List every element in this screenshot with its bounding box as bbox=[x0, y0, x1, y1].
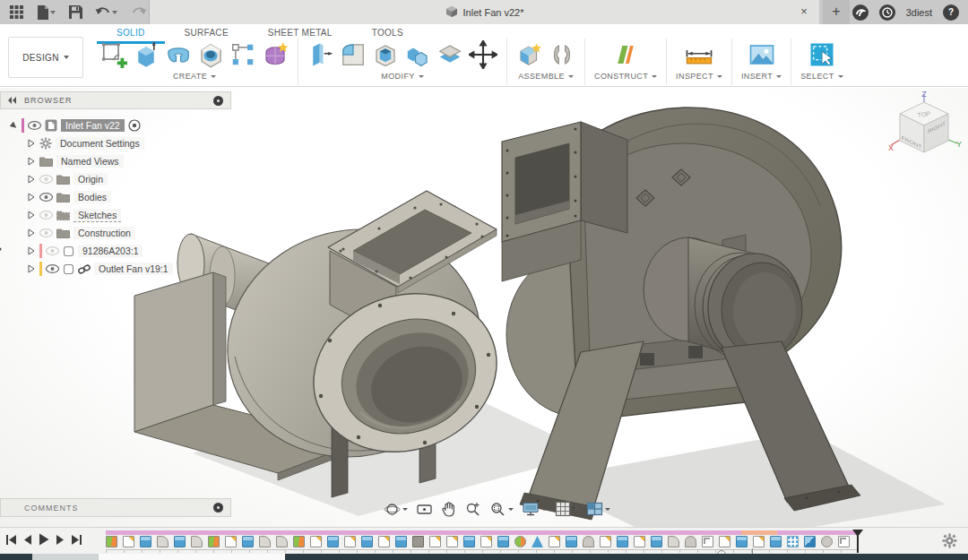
viewports-button[interactable] bbox=[586, 502, 610, 516]
undo-button[interactable] bbox=[90, 3, 122, 22]
root-component-label[interactable]: Inlet Fan v22 bbox=[61, 119, 125, 132]
eye-hidden-icon[interactable] bbox=[39, 175, 53, 184]
viewcube[interactable]: Z X Y TOP FRONT RIGHT bbox=[886, 90, 963, 167]
hole-icon[interactable] bbox=[197, 41, 224, 68]
timeline-feature-icon[interactable] bbox=[497, 536, 509, 547]
orbit-button[interactable] bbox=[384, 501, 408, 518]
timeline-feature-icon[interactable] bbox=[327, 536, 339, 547]
press-pull-icon[interactable] bbox=[307, 41, 334, 68]
collapsed-arrow-icon[interactable] bbox=[28, 211, 35, 220]
timeline-feature-icon[interactable] bbox=[259, 536, 271, 547]
comments-options-icon[interactable] bbox=[213, 503, 223, 513]
timeline-feature-icon[interactable] bbox=[821, 536, 833, 547]
step-forward-button[interactable] bbox=[56, 534, 65, 546]
group-label-create[interactable]: CREATE bbox=[173, 72, 216, 81]
timeline-feature-icon[interactable] bbox=[668, 536, 679, 547]
scrollbar-thumb[interactable] bbox=[99, 554, 285, 560]
timeline-feature-icon[interactable] bbox=[617, 536, 628, 547]
file-menu-button[interactable] bbox=[30, 3, 61, 22]
group-label-assemble[interactable]: ASSEMBLE bbox=[518, 72, 574, 81]
collapsed-arrow-icon[interactable] bbox=[28, 228, 35, 237]
timeline-feature-icon[interactable] bbox=[191, 536, 203, 547]
look-at-button[interactable] bbox=[416, 502, 433, 517]
shell-icon[interactable] bbox=[372, 41, 399, 68]
timeline-feature-icon[interactable] bbox=[123, 536, 134, 547]
timeline-feature-icon[interactable] bbox=[429, 536, 441, 547]
document-tab[interactable]: Inlet Fan v22* × bbox=[149, 0, 819, 24]
collapsed-arrow-icon[interactable] bbox=[28, 264, 35, 273]
joint-icon[interactable] bbox=[549, 41, 575, 68]
username-label[interactable]: 3diest bbox=[906, 7, 932, 18]
timeline-feature-icon[interactable] bbox=[378, 536, 390, 547]
timeline-feature-icon[interactable] bbox=[480, 536, 492, 547]
grid-snap-button[interactable] bbox=[555, 501, 578, 517]
timeline-feature-icon[interactable] bbox=[293, 536, 305, 547]
fit-button[interactable] bbox=[489, 501, 514, 518]
timeline-feature-icon[interactable] bbox=[549, 536, 560, 547]
job-status-clock-icon[interactable] bbox=[879, 4, 895, 21]
timeline-feature-icon[interactable] bbox=[787, 536, 799, 547]
timeline-feature-icon[interactable] bbox=[753, 536, 765, 547]
browser-row-bodies[interactable]: Bodies bbox=[0, 188, 231, 206]
timeline-feature-icon[interactable] bbox=[838, 536, 850, 547]
new-tab-button[interactable]: + bbox=[823, 0, 850, 24]
tree-item-label[interactable]: 91286A203:1 bbox=[78, 245, 143, 257]
timeline-feature-icon[interactable] bbox=[651, 536, 662, 547]
collapsed-arrow-icon[interactable] bbox=[28, 175, 35, 184]
extensions-icon[interactable] bbox=[852, 4, 869, 21]
tree-item-label[interactable]: Construction bbox=[73, 227, 135, 239]
timeline-feature-icon[interactable] bbox=[532, 536, 543, 547]
browser-row-construction[interactable]: Construction bbox=[0, 224, 231, 242]
browser-row-component-2[interactable]: Outlet Fan v19:1 bbox=[0, 260, 231, 278]
tree-item-label[interactable]: Sketches bbox=[73, 209, 121, 222]
timeline-feature-icon[interactable] bbox=[276, 536, 288, 547]
group-label-inspect[interactable]: INSPECT bbox=[676, 72, 722, 81]
timeline-feature-icon[interactable] bbox=[446, 536, 458, 547]
offset-face-icon[interactable] bbox=[436, 41, 463, 68]
timeline-feature-icon[interactable] bbox=[634, 536, 645, 547]
timeline-feature-icon[interactable] bbox=[566, 536, 577, 547]
browser-row-root[interactable]: Inlet Fan v22 bbox=[0, 116, 231, 134]
comments-panel[interactable]: COMMENTS bbox=[0, 498, 231, 517]
timeline-feature-icon[interactable] bbox=[685, 536, 696, 547]
eye-visible-icon[interactable] bbox=[46, 264, 59, 273]
timeline-feature-icon[interactable] bbox=[106, 536, 117, 547]
timeline-feature-icon[interactable] bbox=[344, 536, 356, 547]
app-grid-icon[interactable] bbox=[5, 3, 27, 22]
group-label-insert[interactable]: INSERT bbox=[741, 72, 782, 81]
timeline-feature-icon[interactable] bbox=[208, 536, 220, 547]
tree-item-label[interactable]: Outlet Fan v19:1 bbox=[94, 263, 173, 275]
expand-arrow-icon[interactable] bbox=[10, 122, 18, 130]
timeline-feature-icon[interactable] bbox=[225, 536, 237, 547]
timeline-feature-icon[interactable] bbox=[361, 536, 373, 547]
browser-row-component-1[interactable]: 91286A203:1 bbox=[0, 242, 231, 260]
tree-item-label[interactable]: Document Settings bbox=[56, 137, 144, 150]
display-settings-button[interactable] bbox=[522, 501, 547, 517]
construction-plane-icon[interactable] bbox=[612, 41, 639, 68]
browser-options-icon[interactable] bbox=[213, 96, 223, 106]
extrude-icon[interactable] bbox=[133, 41, 160, 68]
timeline-feature-icon[interactable] bbox=[242, 536, 254, 547]
workspace-selector[interactable]: DESIGN bbox=[8, 37, 83, 78]
pattern-icon[interactable] bbox=[229, 41, 256, 68]
browser-row-document-settings[interactable]: Document Settings bbox=[0, 134, 231, 152]
move-icon[interactable] bbox=[469, 40, 497, 69]
timeline-feature-icon[interactable] bbox=[514, 536, 526, 547]
collapsed-arrow-icon[interactable] bbox=[28, 246, 35, 255]
eye-visible-icon[interactable] bbox=[39, 193, 53, 202]
combine-icon[interactable] bbox=[404, 41, 431, 68]
eye-hidden-icon[interactable] bbox=[46, 246, 59, 255]
timeline-settings-gear-icon[interactable] bbox=[942, 533, 957, 548]
timeline-feature-icon[interactable] bbox=[600, 536, 611, 547]
create-form-icon[interactable] bbox=[262, 41, 289, 68]
group-label-modify[interactable]: MODIFY bbox=[381, 72, 423, 81]
tree-item-label[interactable]: Bodies bbox=[73, 191, 111, 203]
measure-icon[interactable] bbox=[685, 41, 713, 68]
browser-row-named-views[interactable]: Named Views bbox=[0, 152, 231, 170]
save-button[interactable] bbox=[65, 3, 86, 22]
activate-component-icon[interactable] bbox=[128, 119, 141, 132]
browser-row-origin[interactable]: Origin bbox=[0, 170, 231, 188]
browser-row-sketches[interactable]: Sketches bbox=[0, 206, 231, 224]
timeline-feature-icon[interactable] bbox=[804, 536, 816, 547]
skip-to-end-button[interactable] bbox=[71, 534, 82, 546]
